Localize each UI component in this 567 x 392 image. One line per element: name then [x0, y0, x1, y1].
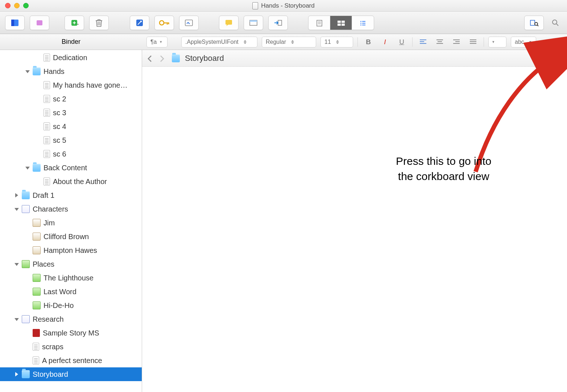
- minimize-window-button[interactable]: [14, 3, 20, 8]
- svg-point-5: [160, 21, 164, 25]
- doc-icon: [44, 54, 50, 62]
- binder-row[interactable]: Sample Story MS: [0, 326, 142, 340]
- binder-row-label: sc 5: [53, 136, 66, 145]
- binder-row[interactable]: Research: [0, 312, 142, 326]
- compose-button[interactable]: [130, 16, 149, 30]
- font-style-select[interactable]: Regular: [262, 37, 316, 47]
- binder-row[interactable]: Last Word: [0, 285, 142, 299]
- binder-row[interactable]: Characters: [0, 202, 142, 216]
- font-style-value: Regular: [266, 39, 286, 45]
- font-size-select[interactable]: 11: [320, 37, 353, 47]
- folder-icon: [33, 67, 41, 75]
- search-button[interactable]: [549, 19, 562, 27]
- person-icon: [33, 246, 41, 254]
- binder-row-label: Places: [33, 260, 54, 268]
- disclosure-triangle[interactable]: [25, 69, 30, 74]
- pilcrow-menu[interactable]: ¶a ▾: [146, 37, 167, 47]
- binder-row-label: Hampton Hawes: [44, 246, 97, 255]
- layout-button[interactable]: [244, 16, 263, 30]
- binder-row[interactable]: Draft 1: [0, 188, 142, 202]
- disclosure-triangle[interactable]: [14, 317, 19, 322]
- svg-rect-6: [164, 22, 169, 24]
- svg-rect-7: [167, 22, 168, 25]
- binder-row[interactable]: My hands have gone…: [0, 78, 142, 92]
- editor-pathbar: Storyboard: [142, 50, 567, 67]
- binder-sidebar: DedicationHandsMy hands have gone…sc 2sc…: [0, 50, 142, 392]
- binder-toggle-button[interactable]: [5, 16, 25, 30]
- line-spacing-select[interactable]: ▾: [488, 37, 506, 47]
- research-icon: [22, 205, 30, 213]
- binder-row[interactable]: Places: [0, 257, 142, 271]
- place-icon: [33, 274, 41, 282]
- binder-row[interactable]: Hands: [0, 64, 142, 78]
- add-button[interactable]: [65, 16, 84, 30]
- trash-button[interactable]: [89, 16, 109, 30]
- binder-row-label: sc 4: [53, 122, 66, 131]
- italic-button[interactable]: I: [379, 37, 391, 47]
- collections-button[interactable]: [30, 16, 49, 30]
- corkboard-view-button[interactable]: [330, 16, 352, 30]
- underline-label: U: [399, 38, 404, 46]
- align-justify-button[interactable]: [467, 37, 479, 47]
- underline-button[interactable]: U: [396, 37, 408, 47]
- pdf-icon: [33, 329, 40, 337]
- binder-row[interactable]: sc 4: [0, 120, 142, 133]
- font-family-select[interactable]: .AppleSystemUIFont: [181, 37, 257, 47]
- binder-row[interactable]: About the Author: [0, 175, 142, 188]
- doc-icon: [44, 81, 50, 89]
- bold-button[interactable]: B: [362, 37, 374, 47]
- disclosure-triangle[interactable]: [14, 207, 19, 212]
- binder-row[interactable]: sc 3: [0, 106, 142, 120]
- binder-row-label: Storyboard: [33, 370, 68, 379]
- svg-rect-10: [225, 20, 232, 25]
- align-left-button[interactable]: [417, 37, 429, 47]
- binder-row[interactable]: sc 2: [0, 92, 142, 106]
- align-center-button[interactable]: [434, 37, 446, 47]
- compile-button[interactable]: [268, 16, 288, 30]
- comment-button[interactable]: [219, 16, 239, 30]
- binder-row[interactable]: The Lighthouse: [0, 271, 142, 285]
- format-bar: ¶a ▾ .AppleSystemUIFont Regular 11 B I U…: [142, 34, 567, 50]
- quick-ref-button[interactable]: [179, 16, 199, 30]
- binder-header-label: Binder: [62, 38, 80, 46]
- binder-row-label: sc 3: [53, 109, 66, 117]
- align-right-button[interactable]: [450, 37, 463, 47]
- folder-icon: [172, 54, 180, 62]
- annotation-line1: Press this to go into: [396, 154, 491, 169]
- svg-point-21: [552, 20, 557, 24]
- svg-rect-15: [338, 21, 341, 23]
- folder-icon: [22, 191, 30, 199]
- zoom-window-button[interactable]: [23, 3, 29, 8]
- svg-rect-13: [278, 20, 282, 25]
- keywords-button[interactable]: [154, 16, 174, 30]
- nav-back-button[interactable]: [147, 55, 154, 62]
- disclosure-triangle[interactable]: [14, 372, 19, 377]
- close-window-button[interactable]: [5, 3, 11, 8]
- binder-row[interactable]: Back Content: [0, 161, 142, 175]
- research-icon: [22, 315, 30, 323]
- binder-row[interactable]: Jim: [0, 216, 142, 230]
- list-style-select[interactable]: abc▾: [511, 37, 536, 47]
- binder-row[interactable]: scraps: [0, 340, 142, 354]
- binder-row[interactable]: A perfect sentence: [0, 354, 142, 367]
- binder-tree[interactable]: DedicationHandsMy hands have gone…sc 2sc…: [0, 50, 142, 392]
- binder-row[interactable]: Storyboard: [0, 367, 142, 381]
- inspector-button[interactable]: [524, 16, 544, 30]
- binder-row[interactable]: Hi-De-Ho: [0, 299, 142, 312]
- binder-row[interactable]: Clifford Brown: [0, 230, 142, 243]
- binder-row[interactable]: sc 6: [0, 147, 142, 161]
- outline-view-button[interactable]: [352, 16, 374, 30]
- binder-row[interactable]: Hampton Hawes: [0, 243, 142, 257]
- document-view-button[interactable]: [309, 16, 330, 30]
- binder-row[interactable]: sc 5: [0, 133, 142, 147]
- disclosure-triangle[interactable]: [14, 193, 19, 198]
- place-icon: [22, 260, 30, 268]
- binder-row-label: scraps: [42, 343, 63, 351]
- binder-row[interactable]: Dedication: [0, 51, 142, 64]
- nav-forward-button[interactable]: [160, 55, 167, 62]
- doc-icon: [44, 122, 50, 130]
- disclosure-triangle[interactable]: [14, 262, 19, 267]
- svg-rect-1: [11, 20, 14, 26]
- window-title: Hands - Storyboard: [0, 2, 567, 9]
- disclosure-triangle[interactable]: [25, 165, 30, 170]
